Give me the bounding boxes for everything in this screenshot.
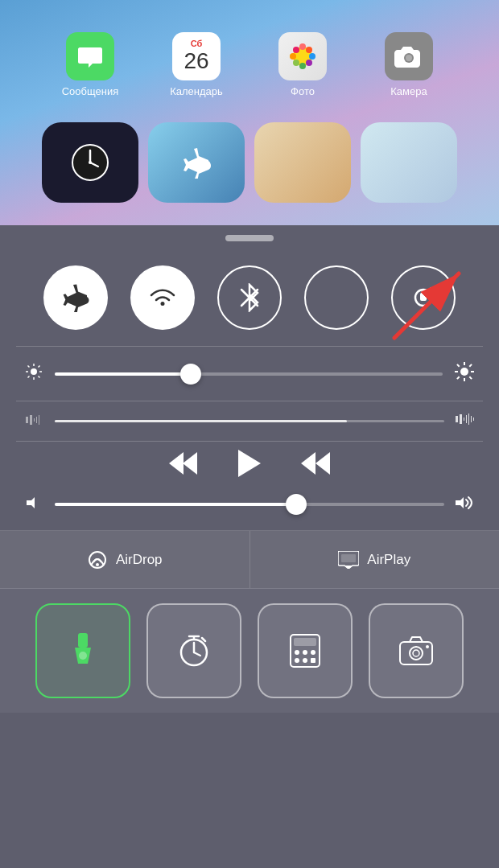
svg-point-30 — [460, 368, 468, 376]
svg-point-77 — [303, 658, 307, 663]
svg-rect-45 — [460, 414, 462, 424]
sound-fill — [55, 420, 347, 422]
svg-marker-53 — [238, 450, 261, 477]
svg-point-6 — [293, 47, 299, 53]
air-row: AirDrop AirPlay — [0, 530, 499, 588]
svg-rect-61 — [341, 554, 356, 562]
airplane-toggle[interactable] — [43, 265, 108, 330]
svg-point-21 — [31, 368, 37, 375]
svg-rect-41 — [34, 418, 35, 422]
svg-rect-49 — [471, 416, 472, 422]
app-camera[interactable]: Камера — [361, 16, 457, 113]
svg-marker-51 — [183, 452, 197, 475]
flashlight-button[interactable] — [35, 603, 130, 698]
app-plane[interactable] — [148, 122, 245, 203]
app-photos-label: Фото — [291, 85, 315, 97]
svg-point-59 — [96, 563, 99, 566]
tools-row — [0, 588, 499, 713]
bluetooth-toggle[interactable] — [217, 265, 282, 330]
svg-point-7 — [306, 47, 312, 53]
brightness-track[interactable] — [55, 372, 443, 376]
svg-point-5 — [309, 53, 315, 60]
svg-point-4 — [290, 53, 296, 60]
svg-point-73 — [295, 650, 299, 655]
fast-forward-button[interactable] — [301, 452, 330, 475]
svg-line-70 — [202, 638, 205, 641]
svg-point-74 — [303, 650, 307, 655]
svg-line-36 — [469, 376, 472, 379]
svg-point-80 — [410, 647, 423, 660]
svg-rect-50 — [473, 418, 474, 421]
calendar-date: 26 — [184, 48, 208, 74]
svg-marker-52 — [169, 452, 184, 475]
svg-line-29 — [28, 376, 30, 378]
airplay-button[interactable]: AirPlay — [250, 531, 500, 588]
wifi-toggle[interactable] — [130, 265, 195, 330]
brightness-fill — [55, 372, 191, 376]
dnd-toggle[interactable] — [304, 265, 369, 330]
control-center: AirDrop AirPlay — [0, 225, 499, 868]
app-extra[interactable] — [361, 122, 457, 203]
rotation-lock-toggle[interactable] — [391, 265, 456, 330]
play-button[interactable] — [238, 450, 261, 477]
volume-row — [0, 488, 499, 530]
rewind-button[interactable] — [169, 452, 198, 475]
handle-bar — [225, 235, 274, 241]
app-calendar-label: Календарь — [170, 85, 223, 97]
volume-wave-min-icon — [24, 414, 43, 428]
calculator-button[interactable] — [258, 603, 353, 698]
calendar-day: Сб — [191, 39, 203, 48]
volume-fill — [55, 503, 296, 506]
app-clock[interactable] — [42, 122, 138, 203]
svg-point-64 — [79, 652, 87, 660]
svg-line-67 — [194, 652, 200, 656]
home-screen: Сообщения Сб 26 Календарь — [0, 0, 499, 225]
app-photos2[interactable] — [254, 122, 351, 203]
camera-bottom-button[interactable] — [369, 603, 464, 698]
timer-button[interactable] — [146, 603, 241, 698]
svg-line-35 — [457, 364, 460, 367]
volume-wave-max-icon — [456, 413, 475, 430]
svg-point-11 — [406, 55, 412, 61]
svg-point-2 — [299, 43, 306, 50]
airplay-label: AirPlay — [367, 552, 410, 568]
svg-point-15 — [89, 161, 92, 164]
svg-line-26 — [28, 366, 30, 368]
svg-marker-55 — [315, 452, 330, 475]
brightness-max-icon — [454, 361, 475, 386]
svg-rect-47 — [466, 415, 467, 423]
brightness-thumb[interactable] — [180, 364, 201, 385]
app-row-1: Сообщения Сб 26 Календарь — [12, 16, 487, 113]
svg-point-81 — [413, 650, 419, 656]
app-messages[interactable]: Сообщения — [42, 16, 138, 113]
toggle-row — [0, 241, 499, 346]
svg-rect-44 — [456, 416, 458, 422]
app-calendar[interactable]: Сб 26 Календарь — [148, 16, 245, 113]
svg-rect-46 — [464, 418, 464, 421]
app-messages-label: Сообщения — [62, 85, 119, 97]
svg-rect-78 — [311, 658, 315, 663]
volume-top-row — [0, 401, 499, 441]
svg-line-37 — [469, 364, 472, 367]
brightness-min-icon — [24, 363, 43, 385]
svg-rect-48 — [468, 413, 469, 425]
app-photos[interactable]: Фото — [254, 16, 351, 113]
volume-track[interactable] — [55, 503, 444, 506]
svg-line-28 — [39, 366, 40, 368]
volume-min-icon — [24, 496, 43, 514]
svg-point-82 — [426, 645, 429, 648]
svg-rect-43 — [39, 415, 39, 425]
svg-rect-62 — [78, 633, 88, 648]
brightness-row — [0, 347, 499, 401]
app-camera-label: Камера — [390, 85, 427, 97]
volume-thumb[interactable] — [286, 494, 307, 515]
volume-max-icon — [456, 495, 475, 514]
svg-marker-17 — [427, 287, 434, 290]
svg-rect-72 — [294, 638, 316, 646]
airdrop-button[interactable]: AirDrop — [0, 531, 250, 588]
airdrop-label: AirDrop — [116, 552, 163, 568]
sound-track[interactable] — [55, 420, 444, 422]
svg-marker-56 — [27, 497, 35, 508]
svg-point-9 — [306, 60, 312, 66]
svg-marker-57 — [456, 497, 464, 508]
